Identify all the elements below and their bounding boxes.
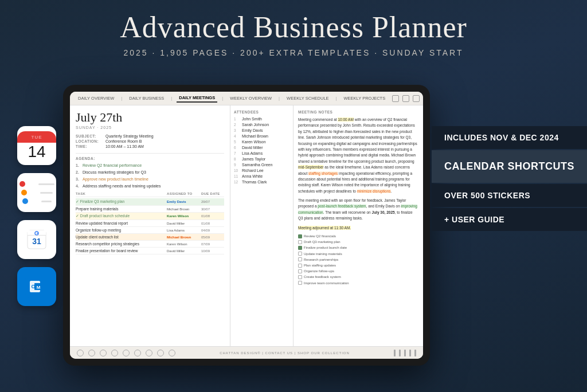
nav-weekly-projects[interactable]: WEEKLY PROJECTS <box>342 95 388 102</box>
reminder-text-blue <box>41 201 52 202</box>
notes-panel: MEETING NOTES Meeting commenced at 10:00… <box>294 105 423 346</box>
adjourned-highlight: Meeting adjourned at 11:30 AM. <box>298 226 351 230</box>
subject-label: SUBJECT: <box>76 134 103 138</box>
task-row-3: ✓ Draft product launch schedule Karen Wi… <box>76 213 224 220</box>
nav-icon-3 <box>413 95 420 102</box>
check-5: Research partnerships <box>298 257 418 262</box>
check-8: Create feedback system <box>298 274 418 280</box>
nav-sep-2: | <box>171 96 172 101</box>
check-4: Update training materials <box>298 251 418 257</box>
notes-body-2: The meeting ended with an open floor for… <box>298 198 418 222</box>
reminder-text-orange <box>40 192 53 194</box>
google-calendar-icon: 31 <box>17 220 56 259</box>
checkbox-1 <box>298 234 302 238</box>
checkbox-9 <box>298 281 302 285</box>
notes-header: MEETING NOTES <box>298 110 418 114</box>
nav-icons <box>392 95 420 102</box>
right-bar-4 <box>409 350 411 356</box>
reminder-line-2 <box>21 190 53 195</box>
badge-nov-dec: INCLUDES NOV & DEC 2024 <box>432 126 587 149</box>
tablet-device: DAILY OVERVIEW | DAILY BUSINESS | DAILY … <box>63 85 430 371</box>
bottom-icon-8 <box>157 350 164 356</box>
checkbox-8 <box>298 275 302 279</box>
task-row-8: Finalize presentation for board review D… <box>76 248 224 254</box>
attendee-9: 9Samantha Green <box>234 163 289 167</box>
check-7: Organize follow-ups <box>298 268 418 274</box>
attendee-3: 3Emily Davis <box>234 128 289 132</box>
outlook-svg: M O <box>25 275 48 298</box>
page-subtitle: 2025 · 1,905 PAGES · 200+ EXTRA TEMPLATE… <box>0 48 587 57</box>
task-row-2: Prepare training materials Michael Brown… <box>76 206 224 213</box>
attendee-2: 2Sarah Johnson <box>234 123 289 127</box>
task-table-header: TASK ASSIGNED TO DUE DATE <box>76 192 224 197</box>
subject-row: SUBJECT: Quarterly Strategy Meeting <box>76 134 224 138</box>
check-3: Finalize product launch date <box>298 245 418 250</box>
check-6: Plan staffing updates <box>298 262 418 268</box>
time-highlight: 10:00 AM <box>338 117 353 121</box>
disruptions-highlight: minimize disruptions <box>357 189 391 193</box>
date-sub: SUNDAY · 2025 <box>76 126 224 130</box>
bottom-icon-1 <box>77 350 84 356</box>
agenda-item-1: 1. Review Q2 financial performance <box>76 163 224 168</box>
task-row-7: Research competitor pricing strategies K… <box>76 241 224 248</box>
right-badges: INCLUDES NOV & DEC 2024 CALENDAR SHORTCU… <box>432 126 587 231</box>
bottom-icon-4 <box>111 350 118 356</box>
attendee-12: 12Thomas Clark <box>234 180 289 184</box>
attendee-1: 1John Smith <box>234 117 289 121</box>
checkbox-2 <box>298 240 302 244</box>
calendar-date-number: 14 <box>28 144 45 160</box>
right-bar-3 <box>404 350 406 356</box>
nav-weekly-overview[interactable]: WEEKLY OVERVIEW <box>228 95 274 102</box>
date-bold: July 30, 2025 <box>372 210 395 214</box>
bottom-icon-7 <box>146 350 152 356</box>
bottom-icon-2 <box>88 350 95 356</box>
nav-sep-1: | <box>121 96 122 101</box>
badge-stickers: OVER 500 STICKERS <box>432 184 587 207</box>
bottom-icon-5 <box>123 350 130 356</box>
nav-sep-3: | <box>222 96 223 101</box>
attendees-header: ATTENDEES <box>234 110 289 114</box>
reminder-dot-blue <box>22 198 28 204</box>
task-row-1: ✓ Finalize Q3 marketing plan Emily Davis… <box>76 198 224 206</box>
time-label: TIME: <box>76 144 103 148</box>
nav-daily-business[interactable]: DAILY BUSINESS <box>127 95 166 102</box>
check-9: Improve team communication <box>298 280 418 286</box>
agenda-item-2: 2. Discuss marketing strategies for Q3 <box>76 170 224 175</box>
checkbox-3 <box>298 246 302 250</box>
agenda-item-4: 4. Address staffing needs and training u… <box>76 183 224 189</box>
time-value: 10:00 AM – 11:30 AM <box>105 144 144 148</box>
nav-daily-meetings[interactable]: DAILY MEETINGS <box>177 94 217 103</box>
nav-icon-1 <box>392 95 399 102</box>
notes-footer-text: Meeting adjourned at 11:30 AM. <box>298 225 418 231</box>
tablet-bottom-bar: CHATTAN DESIGN® | CONTACT US | SHOP OUR … <box>70 346 423 359</box>
date-highlight: mid-September <box>298 165 323 169</box>
location-label: LOCATION: <box>76 139 103 143</box>
task-table: TASK ASSIGNED TO DUE DATE ✓ Finalize Q3 … <box>76 192 224 254</box>
attendee-4: 4Michael Brown <box>234 134 289 138</box>
right-bar-2 <box>399 350 401 356</box>
svg-rect-2 <box>28 230 46 235</box>
tablet-screen: DAILY OVERVIEW | DAILY BUSINESS | DAILY … <box>70 92 423 359</box>
nav-weekly-schedule[interactable]: WEEKLY SCHEDULE <box>284 95 331 102</box>
task-row-6: Update client outreach list Michael Brow… <box>76 234 224 241</box>
reminder-line-1 <box>19 181 54 187</box>
google-cal-svg: 31 <box>25 228 48 251</box>
reminder-dot-orange <box>21 190 27 195</box>
right-bar-5 <box>414 350 416 356</box>
checkbox-6 <box>298 264 302 268</box>
location-row: LOCATION: Conference Room B <box>76 139 224 143</box>
attendee-7: 7Lisa Adams <box>234 151 289 155</box>
right-bar-1 <box>394 350 396 356</box>
time-row: TIME: 10:00 AM – 11:30 AM <box>76 144 224 148</box>
check-2: Draft Q3 marketing plan <box>298 239 418 245</box>
date-heading: July 27th <box>76 110 224 125</box>
left-panel: July 27th SUNDAY · 2025 SUBJECT: Quarter… <box>70 105 230 346</box>
nav-daily-overview[interactable]: DAILY OVERVIEW <box>76 95 116 102</box>
checkbox-5 <box>298 257 302 261</box>
tablet-nav-bar: DAILY OVERVIEW | DAILY BUSINESS | DAILY … <box>70 92 423 105</box>
feedback-highlight: post-launch feedback system <box>318 204 366 208</box>
footer-text: CHATTAN DESIGN® | CONTACT US | SHOP OUR … <box>220 351 350 355</box>
tablet-frame: DAILY OVERVIEW | DAILY BUSINESS | DAILY … <box>63 85 430 366</box>
calendar-icon-top: TUE <box>17 131 56 143</box>
calendar-day-label: TUE <box>32 135 42 140</box>
